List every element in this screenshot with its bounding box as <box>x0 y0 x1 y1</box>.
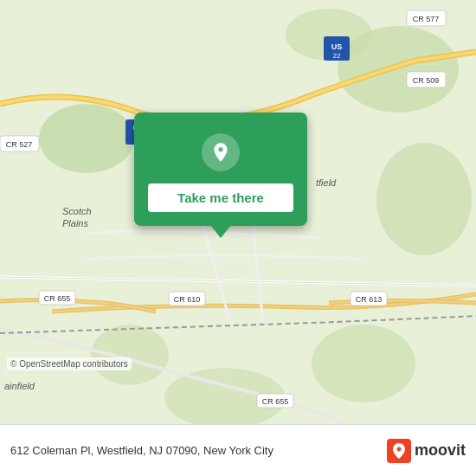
svg-text:US: US <box>331 42 343 51</box>
bottom-bar: 612 Coleman Pl, Westfield, NJ 07090, New… <box>0 424 476 476</box>
svg-text:ainfield: ainfield <box>4 381 35 391</box>
svg-point-4 <box>376 143 472 255</box>
svg-text:Plains: Plains <box>62 218 88 228</box>
svg-text:tfield: tfield <box>316 177 337 188</box>
svg-text:CR 613: CR 613 <box>356 295 383 304</box>
popup-card: Take me there <box>134 113 307 226</box>
moovit-brand-icon <box>387 439 411 463</box>
svg-text:22: 22 <box>333 52 341 60</box>
svg-text:CR 655: CR 655 <box>262 397 289 406</box>
moovit-brand-name: moovit <box>415 441 466 460</box>
svg-point-7 <box>91 325 169 385</box>
address-text: 612 Coleman Pl, Westfield, NJ 07090, New… <box>10 444 273 457</box>
svg-point-5 <box>312 325 415 402</box>
svg-text:CR 527: CR 527 <box>6 140 33 149</box>
map-attribution: © OpenStreetMap contributors <box>7 357 132 370</box>
svg-rect-36 <box>387 439 411 463</box>
svg-text:Scotch: Scotch <box>62 206 92 216</box>
svg-text:CR 577: CR 577 <box>413 15 440 23</box>
svg-text:CR 655: CR 655 <box>44 294 71 303</box>
svg-text:CR 610: CR 610 <box>174 295 201 304</box>
svg-point-3 <box>39 104 134 173</box>
location-pin-icon <box>202 133 240 171</box>
svg-text:CR 509: CR 509 <box>413 76 440 85</box>
map-container: US 22 US 22 CR 577 CR 509 CR 527 <box>0 0 476 424</box>
address-section: 612 Coleman Pl, Westfield, NJ 07090, New… <box>10 444 273 457</box>
moovit-logo[interactable]: moovit <box>387 439 466 463</box>
take-me-there-button[interactable]: Take me there <box>148 183 293 212</box>
